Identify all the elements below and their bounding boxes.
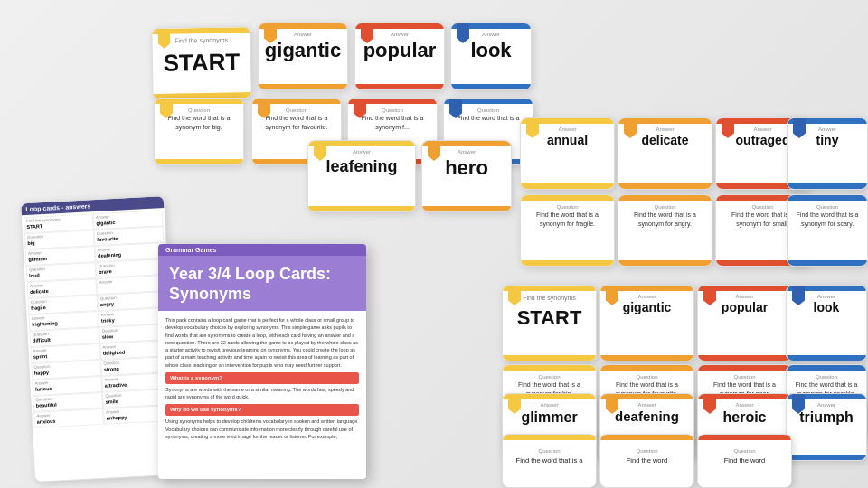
tn-title-line2: Synonyms xyxy=(169,285,355,305)
card-stripe-bottom xyxy=(618,183,712,189)
card-qbot1-text: Question Find the word that is a xyxy=(503,440,596,467)
card-look2: Answer look xyxy=(786,285,867,361)
card-stripe-bottom xyxy=(787,355,866,361)
card-start2: Find the synonyms START xyxy=(502,285,597,361)
answer-sheet-grid: Find the synonyms START Answer gigantic … xyxy=(22,208,175,430)
card-tiny: Answer tiny xyxy=(787,117,868,190)
card-gigantic-1: Answer gigantic xyxy=(258,23,348,90)
card-triumph: Answer triumph xyxy=(786,393,867,461)
card-stripe-bottom xyxy=(788,260,867,266)
tn-title-area: Year 3/4 Loop Cards: Synonyms xyxy=(158,256,366,311)
card-popular-1: Answer popular xyxy=(354,23,445,90)
tn-section1-header: What is a synonym? xyxy=(165,372,359,384)
card-q-angry: Question Find the word that is a synonym… xyxy=(618,194,712,267)
card-start2-word: START xyxy=(503,301,596,332)
card-leafening: Answer leafening xyxy=(307,140,416,212)
tn-body: This pack contains a loop card game that… xyxy=(158,311,366,449)
card-q-fragile-text: Question Find the word that is a synonym… xyxy=(521,201,614,231)
card-q-scary: Question Find the word that is a synonym… xyxy=(787,194,868,267)
tn-title-line1: Year 3/4 Loop Cards: xyxy=(169,265,355,285)
card-qbot1: Question Find the word that is a xyxy=(502,434,597,488)
card-start: Find the synonyms START xyxy=(151,26,251,100)
card-stripe-bottom xyxy=(788,183,867,189)
card-stripe-bottom xyxy=(521,183,614,189)
card-stripe-bottom xyxy=(422,206,511,211)
card-leafening-word: leafening xyxy=(308,155,415,178)
card-stripe-bottom xyxy=(355,84,444,89)
card-question-big: Question Find the word that is a synonym… xyxy=(154,98,244,165)
tn-section2-text: Using synonyms helps to develop children… xyxy=(165,418,359,440)
scene: Loop cards - answers Find the synonyms S… xyxy=(0,0,868,488)
card-stripe-bottom xyxy=(503,355,596,361)
card-stripe-bottom xyxy=(787,455,866,460)
card-stripe-bottom xyxy=(698,355,791,361)
teacher-notes: Grammar Games Year 3/4 Loop Cards: Synon… xyxy=(158,244,366,479)
answer-sheet: Loop cards - answers Find the synonyms S… xyxy=(20,195,179,483)
tn-top-bar: Grammar Games xyxy=(158,244,366,256)
card-annual: Answer annual xyxy=(520,117,615,190)
card-stripe-bottom xyxy=(451,84,531,89)
card-q-scary-text: Question Find the word that is a synonym… xyxy=(788,201,867,231)
card-q-angry-text: Question Find the word that is a synonym… xyxy=(618,201,712,231)
card-stripe-bottom xyxy=(600,355,693,361)
card-delicate: Answer delicate xyxy=(618,117,712,190)
card-popular2: Answer popular xyxy=(697,285,792,361)
card-stripe-bottom xyxy=(308,206,415,211)
card-hero: Answer hero xyxy=(421,140,512,212)
card-q-fragile: Question Find the word that is a synonym… xyxy=(520,194,615,267)
card-stripe-bottom xyxy=(521,260,614,266)
card-qbot3: Question Find the word xyxy=(697,434,792,488)
tn-section2-header: Why do we use synonyms? xyxy=(165,404,359,416)
card-look-1: Answer look xyxy=(450,23,532,90)
card-qbot3-text: Question Find the word xyxy=(698,440,791,467)
card-start-word: START xyxy=(153,42,251,80)
card-stripe-bottom xyxy=(618,260,712,266)
card-stripe-bottom xyxy=(259,84,347,89)
card-qbot2: Question Find the word xyxy=(599,434,694,488)
tn-section1-text: Synonyms are words with the same or a si… xyxy=(165,386,359,401)
tn-body-text: This pack contains a loop card game that… xyxy=(165,316,359,369)
card-qbot2-text: Question Find the word xyxy=(600,440,693,467)
card-gigantic2: Answer gigantic xyxy=(599,285,694,361)
card-stripe-bottom xyxy=(155,159,243,164)
